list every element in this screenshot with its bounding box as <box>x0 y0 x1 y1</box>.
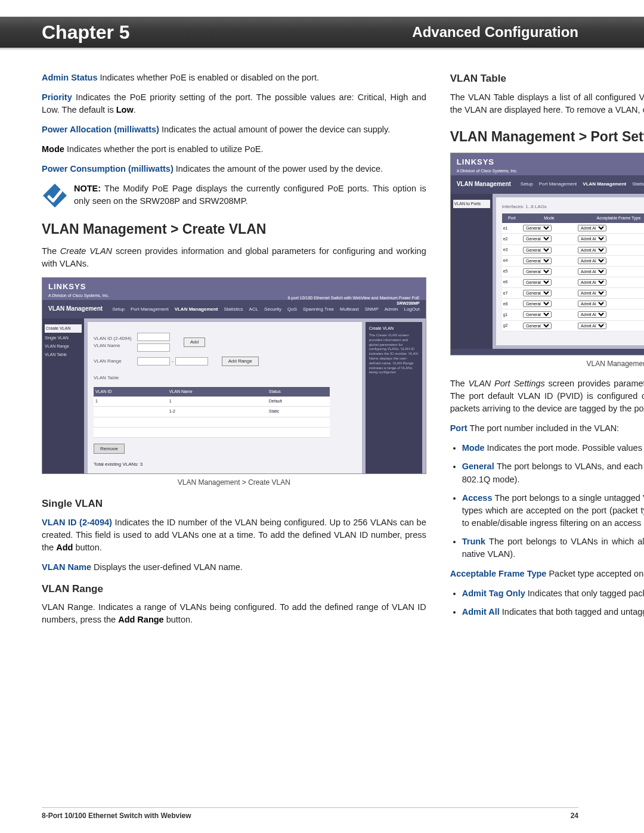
mode-select[interactable]: General <box>523 225 552 231</box>
mode-select[interactable]: General <box>523 279 552 286</box>
td: e5 <box>502 266 522 277</box>
nav-tab[interactable]: Multicast <box>340 306 359 313</box>
note-icon <box>42 182 68 209</box>
heading-vlan-table: VLAN Table <box>450 72 644 86</box>
mode-select[interactable]: General <box>523 258 552 264</box>
chapter-header: Chapter 5 Advanced Configuration <box>0 17 644 48</box>
table-row: e6GeneralAdmit All1 <box>502 277 644 287</box>
nav-tab[interactable]: ACL <box>249 306 259 313</box>
table-row <box>94 427 330 437</box>
para-priority: Priority Indicates the PoE priority sett… <box>42 91 426 116</box>
screenshot-body: VLAN to Ports Interfaces: 1..8 LAGs Port… <box>451 194 644 349</box>
term: Access <box>462 493 493 503</box>
mode-select[interactable]: General <box>523 247 552 253</box>
nav-tab[interactable]: Statistics <box>632 181 644 188</box>
frame-select[interactable]: Admit All <box>578 323 606 329</box>
nav-tab[interactable]: LogOut <box>404 306 419 313</box>
table-row: e1GeneralAdmit All1 <box>502 223 644 234</box>
th: Mode <box>522 213 577 223</box>
nav-tab[interactable]: Port Management <box>539 181 577 188</box>
para-vlan-range: VLAN Range. Indicates a range of VLANs b… <box>42 601 426 626</box>
range-to-input[interactable] <box>175 357 208 366</box>
text: Indicates the port mode. Possible values… <box>485 443 644 453</box>
nav-tab[interactable]: Setup <box>521 181 533 188</box>
text: The <box>42 246 60 256</box>
mode-select[interactable]: General <box>523 290 552 296</box>
table-row: 1-2Static <box>94 407 330 417</box>
mode-select[interactable]: General <box>523 323 552 329</box>
nav-tab[interactable]: Security <box>264 306 281 313</box>
footer-title: 8-Port 10/100 Ethernet Switch with Webvi… <box>42 812 191 820</box>
td <box>94 407 168 417</box>
para-power-alloc: Power Allocation (milliwatts) Indicates … <box>42 123 426 136</box>
list-item: Admit All Indicates that both tagged and… <box>462 606 644 618</box>
nav-tab[interactable]: Statistics <box>224 306 243 313</box>
text: Indicates the amount of the power used b… <box>174 164 383 174</box>
td: e2 <box>502 234 522 244</box>
screenshot-footer: Save Settings Cancel Changes <box>451 349 644 356</box>
page: Chapter 5 Advanced Configuration Admin S… <box>0 0 644 833</box>
sidebar-item[interactable]: Single VLAN <box>45 335 82 341</box>
para-power-cons: Power Consumption (milliwatts) Indicates… <box>42 163 426 175</box>
section-title: Advanced Configuration <box>412 24 578 41</box>
text: Indicates that only tagged packets are a… <box>525 589 644 598</box>
para-vlan-name: VLAN Name Displays the user-defined VLAN… <box>42 561 426 574</box>
nav-tab[interactable]: Port Management <box>131 306 169 313</box>
frame-select[interactable]: Admit All <box>578 311 606 318</box>
frame-select[interactable]: Admit All <box>578 236 606 242</box>
para-port: Port The port number included in the VLA… <box>450 422 644 435</box>
table-row: e4GeneralAdmit All1 <box>502 255 644 266</box>
sidebar-item[interactable]: Create VLAN <box>45 324 82 333</box>
help-title: Create VLAN <box>369 326 419 331</box>
nav-tab[interactable]: VLAN Management <box>583 181 626 188</box>
nav-heading: VLAN Management <box>457 180 511 189</box>
frame-select[interactable]: Admit All <box>578 279 606 286</box>
mode-select[interactable]: General <box>523 268 552 275</box>
nav-tab[interactable]: Setup <box>112 306 125 313</box>
term-admin-status: Admin Status <box>42 73 97 82</box>
term: VLAN ID (2-4094) <box>42 518 112 527</box>
nav-tab[interactable]: QoS <box>287 306 297 313</box>
remove-button[interactable]: Remove <box>94 444 125 454</box>
screenshot-body: Create VLAN Single VLAN VLAN Range VLAN … <box>42 318 426 475</box>
total-text: Total existing VLANs: 3 <box>94 461 356 468</box>
nav-tab[interactable]: Admin <box>385 306 398 313</box>
td: g2 <box>502 320 522 331</box>
vlan-table: VLAN IDVLAN NameStatus 11Default 1-2Stat… <box>94 387 330 438</box>
text: Indicates the PoE priority setting of th… <box>42 92 426 114</box>
row-vlan-id: VLAN ID (2-4094) VLAN Name Add <box>94 333 356 352</box>
sidebar-item[interactable]: VLAN Range <box>45 343 82 349</box>
sidebar-item[interactable]: VLAN to Ports <box>453 200 490 208</box>
frame-select[interactable]: Admit All <box>578 258 606 264</box>
add-button[interactable]: Add <box>184 337 205 347</box>
mode-select[interactable]: General <box>523 311 552 318</box>
list-item: Trunk The port belongs to VLANs in which… <box>462 535 644 561</box>
frame-select[interactable]: Admit All <box>578 268 606 275</box>
frame-select[interactable]: Admit All <box>578 247 606 253</box>
content-columns: Admin Status Indicates whether PoE is en… <box>42 72 578 797</box>
left-sidebar: VLAN to Ports <box>451 194 493 349</box>
frame-select[interactable]: Admit All <box>578 301 606 307</box>
mode-select[interactable]: General <box>523 301 552 307</box>
nav-tab[interactable]: VLAN Management <box>175 306 218 313</box>
frame-select[interactable]: Admit All <box>578 225 606 231</box>
sidebar-item[interactable]: VLAN Table <box>45 352 82 358</box>
nav-tab[interactable]: SNMP <box>365 306 379 313</box>
nav-tab[interactable]: Spanning Tree <box>303 306 334 313</box>
table-row: 11Default <box>94 397 330 407</box>
add-range-button[interactable]: Add Range <box>222 357 259 366</box>
nav-heading: VLAN Management <box>48 305 103 314</box>
screenshot-create-vlan: LINKSYSA Division of Cisco Systems, Inc.… <box>42 277 426 474</box>
page-number: 24 <box>571 812 578 820</box>
table-label: VLAN Table <box>94 374 135 382</box>
para-port-intro: The VLAN Port Settings screen provides p… <box>450 377 644 415</box>
text: Displays the user-defined VLAN name. <box>91 562 243 572</box>
vlan-name-input[interactable] <box>137 343 170 352</box>
text: 8-port 10/100 Ethernet Switch with WebVi… <box>288 296 420 300</box>
td: e4 <box>502 255 522 266</box>
text: The Modify PoE Page displays the current… <box>74 184 426 206</box>
mode-select[interactable]: General <box>523 236 552 242</box>
range-from-input[interactable] <box>137 357 170 366</box>
frame-select[interactable]: Admit All <box>578 290 606 296</box>
vlan-id-input[interactable] <box>137 333 170 341</box>
